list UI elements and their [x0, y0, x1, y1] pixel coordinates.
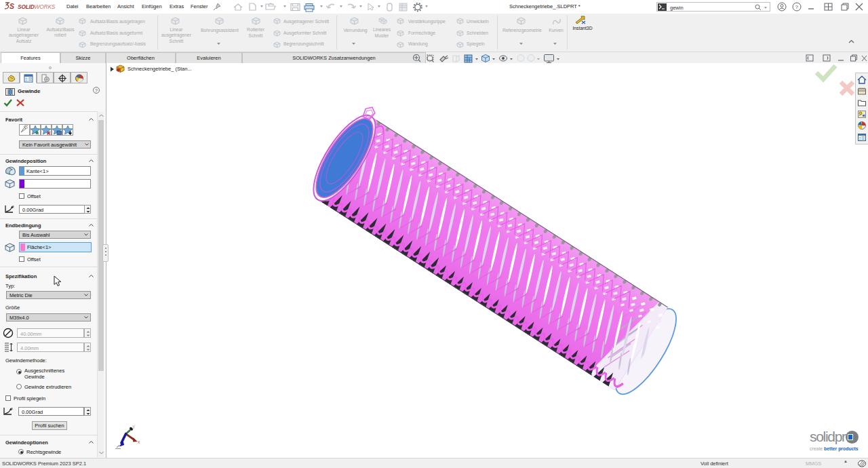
- svg-text:y: y: [133, 424, 136, 429]
- svg-text:a: a: [11, 407, 13, 410]
- svg-text:a: a: [12, 205, 14, 208]
- svg-text:?: ?: [795, 4, 799, 10]
- svg-text:S: S: [9, 2, 14, 10]
- svg-text:SOLIDWORKS: SOLIDWORKS: [18, 3, 56, 10]
- svg-text:x: x: [138, 440, 140, 444]
